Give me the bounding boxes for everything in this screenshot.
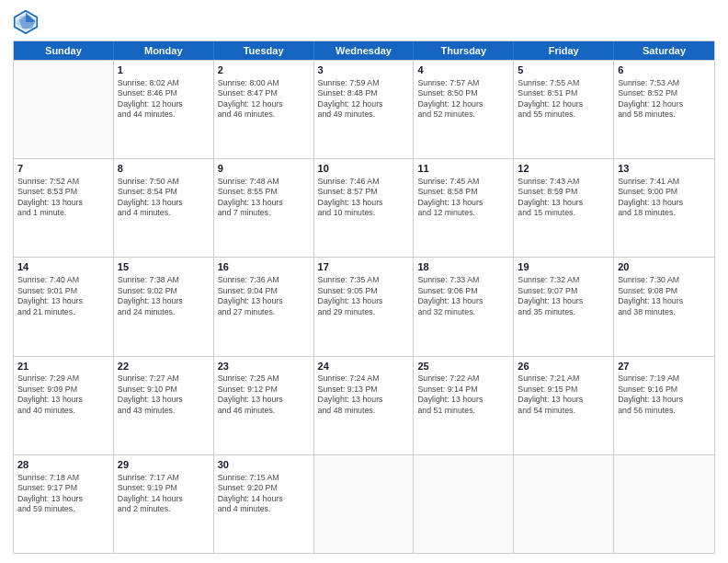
- cell-info: Sunrise: 7:19 AM Sunset: 9:16 PM Dayligh…: [618, 373, 711, 416]
- cal-cell: 25Sunrise: 7:22 AM Sunset: 9:14 PM Dayli…: [414, 357, 514, 454]
- cell-info: Sunrise: 7:52 AM Sunset: 8:53 PM Dayligh…: [17, 177, 109, 219]
- cal-cell: 29Sunrise: 7:17 AM Sunset: 9:19 PM Dayli…: [114, 455, 214, 553]
- cal-cell: 17Sunrise: 7:35 AM Sunset: 9:05 PM Dayli…: [314, 258, 415, 355]
- day-number: 22: [118, 360, 210, 373]
- day-number: 30: [218, 458, 310, 472]
- cell-info: Sunrise: 7:36 AM Sunset: 9:04 PM Dayligh…: [218, 275, 310, 317]
- day-number: 18: [417, 260, 509, 274]
- day-number: 15: [118, 260, 210, 274]
- day-number: 24: [318, 360, 410, 373]
- cell-info: Sunrise: 7:50 AM Sunset: 8:54 PM Dayligh…: [118, 177, 210, 219]
- cell-info: Sunrise: 7:30 AM Sunset: 9:08 PM Dayligh…: [618, 275, 711, 317]
- week-row-2: 7Sunrise: 7:52 AM Sunset: 8:53 PM Daylig…: [14, 158, 714, 257]
- day-number: 17: [318, 260, 410, 274]
- cal-cell: 15Sunrise: 7:38 AM Sunset: 9:02 PM Dayli…: [114, 258, 214, 355]
- day-number: 27: [618, 360, 711, 373]
- header-cell-friday: Friday: [514, 41, 614, 60]
- day-number: 21: [17, 360, 109, 373]
- cal-cell: 22Sunrise: 7:27 AM Sunset: 9:10 PM Dayli…: [114, 357, 214, 454]
- day-number: 2: [218, 63, 310, 77]
- cell-info: Sunrise: 7:43 AM Sunset: 8:59 PM Dayligh…: [518, 177, 609, 219]
- cal-cell: 14Sunrise: 7:40 AM Sunset: 9:01 PM Dayli…: [14, 258, 114, 355]
- logo: [13, 9, 40, 35]
- header: [13, 9, 715, 35]
- cell-info: Sunrise: 7:22 AM Sunset: 9:14 PM Dayligh…: [417, 373, 509, 416]
- cell-info: Sunrise: 7:59 AM Sunset: 8:48 PM Dayligh…: [318, 78, 410, 121]
- cal-cell: 6Sunrise: 7:53 AM Sunset: 8:52 PM Daylig…: [614, 61, 714, 158]
- cell-info: Sunrise: 7:53 AM Sunset: 8:52 PM Dayligh…: [618, 78, 711, 121]
- cell-info: Sunrise: 7:45 AM Sunset: 8:58 PM Dayligh…: [417, 177, 509, 219]
- day-number: 28: [17, 458, 109, 472]
- cal-cell: 24Sunrise: 7:24 AM Sunset: 9:13 PM Dayli…: [314, 357, 415, 454]
- cal-cell: 3Sunrise: 7:59 AM Sunset: 8:48 PM Daylig…: [314, 61, 415, 158]
- cell-info: Sunrise: 7:55 AM Sunset: 8:51 PM Dayligh…: [518, 78, 609, 121]
- cal-cell: 21Sunrise: 7:29 AM Sunset: 9:09 PM Dayli…: [14, 357, 114, 454]
- day-number: 1: [118, 63, 210, 77]
- day-number: 5: [518, 63, 609, 77]
- cal-cell: 18Sunrise: 7:33 AM Sunset: 9:06 PM Dayli…: [414, 258, 514, 355]
- cal-cell: 4Sunrise: 7:57 AM Sunset: 8:50 PM Daylig…: [414, 61, 514, 158]
- cal-cell: [414, 455, 514, 553]
- day-number: 3: [318, 63, 410, 77]
- day-number: 4: [417, 63, 509, 77]
- cal-cell: 11Sunrise: 7:45 AM Sunset: 8:58 PM Dayli…: [414, 159, 514, 257]
- cell-info: Sunrise: 7:32 AM Sunset: 9:07 PM Dayligh…: [518, 275, 609, 317]
- header-cell-thursday: Thursday: [414, 41, 514, 60]
- cal-cell: 10Sunrise: 7:46 AM Sunset: 8:57 PM Dayli…: [314, 159, 415, 257]
- day-number: 25: [417, 360, 509, 373]
- cal-cell: 26Sunrise: 7:21 AM Sunset: 9:15 PM Dayli…: [514, 357, 614, 454]
- cal-cell: 8Sunrise: 7:50 AM Sunset: 8:54 PM Daylig…: [114, 159, 214, 257]
- cal-cell: 1Sunrise: 8:02 AM Sunset: 8:46 PM Daylig…: [114, 61, 214, 158]
- day-number: 9: [218, 162, 310, 176]
- cell-info: Sunrise: 7:46 AM Sunset: 8:57 PM Dayligh…: [318, 177, 410, 219]
- cell-info: Sunrise: 7:57 AM Sunset: 8:50 PM Dayligh…: [417, 78, 509, 121]
- day-number: 10: [318, 162, 410, 176]
- cell-info: Sunrise: 7:40 AM Sunset: 9:01 PM Dayligh…: [17, 275, 109, 317]
- cal-cell: 5Sunrise: 7:55 AM Sunset: 8:51 PM Daylig…: [514, 61, 614, 158]
- cal-cell: [14, 61, 114, 158]
- cal-cell: [514, 455, 614, 553]
- cell-info: Sunrise: 7:35 AM Sunset: 9:05 PM Dayligh…: [318, 275, 410, 317]
- day-number: 20: [618, 260, 711, 274]
- header-cell-monday: Monday: [114, 41, 214, 60]
- cal-cell: 28Sunrise: 7:18 AM Sunset: 9:17 PM Dayli…: [14, 455, 114, 553]
- cell-info: Sunrise: 7:17 AM Sunset: 9:19 PM Dayligh…: [118, 473, 210, 515]
- cal-cell: 12Sunrise: 7:43 AM Sunset: 8:59 PM Dayli…: [514, 159, 614, 257]
- day-number: 12: [518, 162, 609, 176]
- header-cell-saturday: Saturday: [614, 41, 714, 60]
- day-number: 19: [518, 260, 609, 274]
- header-cell-sunday: Sunday: [14, 41, 114, 60]
- week-row-5: 28Sunrise: 7:18 AM Sunset: 9:17 PM Dayli…: [14, 454, 714, 553]
- day-number: 23: [218, 360, 310, 373]
- cal-cell: 7Sunrise: 7:52 AM Sunset: 8:53 PM Daylig…: [14, 159, 114, 257]
- cell-info: Sunrise: 7:21 AM Sunset: 9:15 PM Dayligh…: [518, 373, 609, 416]
- cal-cell: 30Sunrise: 7:15 AM Sunset: 9:20 PM Dayli…: [214, 455, 314, 553]
- cell-info: Sunrise: 8:02 AM Sunset: 8:46 PM Dayligh…: [118, 78, 210, 121]
- cal-cell: 27Sunrise: 7:19 AM Sunset: 9:16 PM Dayli…: [614, 357, 714, 454]
- cal-cell: 13Sunrise: 7:41 AM Sunset: 9:00 PM Dayli…: [614, 159, 714, 257]
- cal-cell: 19Sunrise: 7:32 AM Sunset: 9:07 PM Dayli…: [514, 258, 614, 355]
- cell-info: Sunrise: 7:29 AM Sunset: 9:09 PM Dayligh…: [17, 373, 109, 416]
- cell-info: Sunrise: 7:24 AM Sunset: 9:13 PM Dayligh…: [318, 373, 410, 416]
- cal-cell: 16Sunrise: 7:36 AM Sunset: 9:04 PM Dayli…: [214, 258, 314, 355]
- calendar: SundayMondayTuesdayWednesdayThursdayFrid…: [13, 40, 715, 554]
- page: SundayMondayTuesdayWednesdayThursdayFrid…: [0, 0, 728, 563]
- day-number: 7: [17, 162, 109, 176]
- cell-info: Sunrise: 7:33 AM Sunset: 9:06 PM Dayligh…: [417, 275, 509, 317]
- day-number: 14: [17, 260, 109, 274]
- cell-info: Sunrise: 8:00 AM Sunset: 8:47 PM Dayligh…: [218, 78, 310, 121]
- week-row-1: 1Sunrise: 8:02 AM Sunset: 8:46 PM Daylig…: [14, 60, 714, 158]
- cal-cell: 2Sunrise: 8:00 AM Sunset: 8:47 PM Daylig…: [214, 61, 314, 158]
- day-number: 11: [417, 162, 509, 176]
- cal-cell: 23Sunrise: 7:25 AM Sunset: 9:12 PM Dayli…: [214, 357, 314, 454]
- cell-info: Sunrise: 7:18 AM Sunset: 9:17 PM Dayligh…: [17, 473, 109, 515]
- calendar-body: 1Sunrise: 8:02 AM Sunset: 8:46 PM Daylig…: [14, 60, 714, 553]
- cal-cell: [314, 455, 415, 553]
- day-number: 6: [618, 63, 711, 77]
- day-number: 8: [118, 162, 210, 176]
- day-number: 29: [118, 458, 210, 472]
- cal-cell: 20Sunrise: 7:30 AM Sunset: 9:08 PM Dayli…: [614, 258, 714, 355]
- day-number: 13: [618, 162, 711, 176]
- day-number: 16: [218, 260, 310, 274]
- cell-info: Sunrise: 7:25 AM Sunset: 9:12 PM Dayligh…: [218, 373, 310, 416]
